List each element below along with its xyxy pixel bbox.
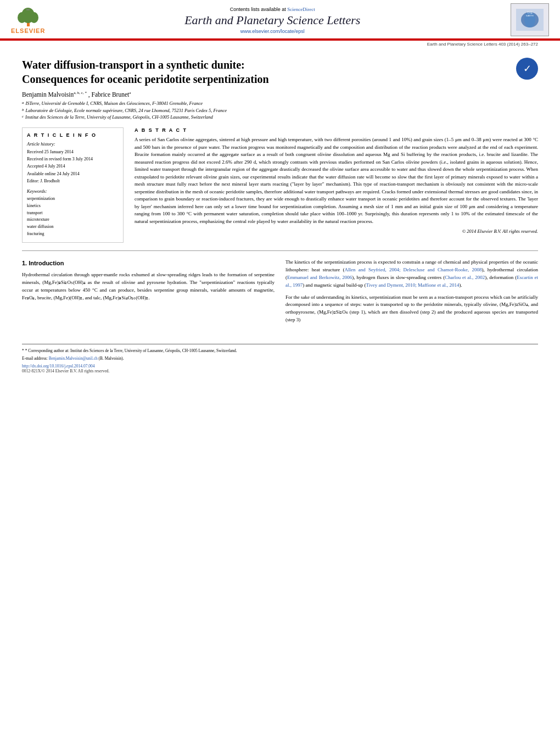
available-date: Available online 24 July 2014 (27, 171, 119, 177)
author2-super: a (129, 91, 131, 95)
affil-a-text: ISTerre, Université de Grenoble I, CNRS,… (26, 100, 203, 107)
section1-right-para1: The kinetics of the serpentinization pro… (285, 259, 538, 289)
kw-3: transport (27, 210, 119, 217)
section1-heading: 1. Introduction (22, 259, 275, 268)
section1-para1: Hydrothermal circulation through upper-m… (22, 271, 275, 302)
kw-1: serpentinization (27, 196, 119, 203)
elsevier-text: ELSEVIER (11, 27, 45, 34)
abstract-text: A series of San Carlos olivine aggregate… (135, 136, 538, 225)
email-suffix: (B. Malvoisin). (99, 356, 124, 361)
article-info-box: A R T I C L E I N F O Article history: R… (22, 127, 124, 243)
body-cols: 1. Introduction Hydrothermal circulation… (22, 259, 538, 329)
main-content: Water diffusion-transport in a synthetic… (0, 48, 560, 338)
section1-right-para2: For the sake of understanding its kineti… (285, 294, 538, 325)
author2-name: , Fabrice Brunet (88, 91, 129, 98)
affil-a-super: a (22, 100, 24, 107)
doi-line: http://dx.doi.org/10.1016/j.epsl.2014.07… (22, 364, 538, 369)
affil-b-text: Laboratoire de Géologie, Ecole normale s… (26, 107, 227, 114)
doi-link[interactable]: http://dx.doi.org/10.1016/j.epsl.2014.07… (22, 364, 95, 369)
bottom-bar: http://dx.doi.org/10.1016/j.epsl.2014.07… (0, 364, 560, 373)
header-center: Contents lists available at ScienceDirec… (45, 6, 500, 34)
crossmark-badge: ✓ (516, 58, 538, 80)
affil-c-text: Institut des Sciences de la Terre, Unive… (25, 114, 213, 121)
ref-allen-2004[interactable]: Allen and Seyfried, 2004; (345, 267, 401, 272)
svg-point-3 (30, 12, 38, 23)
affil-c-super: c (22, 114, 24, 121)
email-link[interactable]: Benjamin.Malvoisin@unil.ch (49, 356, 98, 361)
footnote-corresponding: * * Corresponding author at: Institut de… (22, 348, 538, 354)
article-info-title: A R T I C L E I N F O (27, 132, 119, 138)
page: ELSEVIER Contents lists available at Sci… (0, 0, 560, 742)
contents-label: Contents lists available at ScienceDirec… (45, 6, 500, 12)
ref-delescluse[interactable]: Delescluse and Chamot-Rooke, 2008 (404, 267, 482, 272)
article-info-col: A R T I C L E I N F O Article history: R… (22, 127, 124, 243)
journal-header: ELSEVIER Contents lists available at Sci… (0, 0, 560, 40)
kw-2: kinetics (27, 203, 119, 210)
article-history-label: Article history: (27, 141, 119, 147)
earth-journal-logo: THE EARTH (511, 3, 549, 36)
section-divider (22, 250, 538, 251)
ref-emmanuel[interactable]: Emmanuel and Berkowitz, 2006 (287, 275, 352, 280)
footnote-email: E-mail address: Benjamin.Malvoisin@unil.… (22, 355, 538, 361)
abstract-col: A B S T R A C T A series of San Carlos o… (135, 127, 538, 243)
revised-date: Received in revised form 3 July 2014 (27, 156, 119, 162)
connector-and: and (306, 282, 313, 288)
affiliations-block: a ISTerre, Université de Grenoble I, CNR… (22, 100, 538, 121)
svg-rect-4 (26, 9, 30, 10)
body-col-left: 1. Introduction Hydrothermal circulation… (22, 259, 275, 329)
affil-b-super: b (22, 107, 24, 114)
svg-point-2 (18, 12, 26, 23)
svg-text:EARTH: EARTH (526, 14, 534, 17)
volume-info: Earth and Planetary Science Letters 403 … (0, 41, 560, 48)
affil-b: b Laboratoire de Géologie, Ecole normale… (22, 107, 538, 114)
kw-5: water diffusion (27, 224, 119, 231)
ref-maffione[interactable]: Maffione et al., 2014 (418, 282, 460, 288)
earth-logo-area: THE EARTH (500, 3, 549, 36)
author1-name: Benjamin Malvoisin (22, 91, 74, 98)
journal-url[interactable]: www.elsevier.com/locate/epsl (45, 29, 500, 34)
editor-line: Editor: J. Brodholt (27, 178, 119, 184)
elsevier-tree-icon (13, 5, 43, 27)
received-date: Received 25 January 2014 (27, 149, 119, 155)
article-title: Water diffusion-transport in a synthetic… (22, 58, 269, 86)
ref-charlou[interactable]: Charlou et al., 2002 (445, 275, 485, 280)
author1-super: a, b, c, * (74, 91, 87, 95)
issn-line: 0012-821X/© 2014 Elsevier B.V. All right… (22, 369, 538, 373)
email-label: E-mail address: (22, 356, 48, 361)
article-title-section: Water diffusion-transport in a synthetic… (22, 58, 538, 86)
kw-6: fracturing (27, 231, 119, 238)
title-text: Water diffusion-transport in a synthetic… (22, 58, 269, 86)
journal-title: Earth and Planetary Science Letters (45, 13, 500, 27)
affil-c: c Institut des Sciences de la Terre, Uni… (22, 114, 538, 121)
footnote-area: * * Corresponding author at: Institut de… (22, 344, 538, 361)
keywords-label: Keywords: (27, 188, 119, 194)
info-abstract-cols: A R T I C L E I N F O Article history: R… (22, 127, 538, 243)
sciencedirect-link[interactable]: ScienceDirect (287, 7, 315, 12)
accepted-date: Accepted 4 July 2014 (27, 163, 119, 169)
ref-tivey[interactable]: Tivey and Dyment, 2010; (366, 282, 416, 288)
body-col-right: The kinetics of the serpentinization pro… (285, 259, 538, 329)
authors-line: Benjamin Malvoisina, b, c, * , Fabrice B… (22, 91, 538, 98)
copyright-line: © 2014 Elsevier B.V. All rights reserved… (135, 228, 538, 234)
elsevier-logo: ELSEVIER (11, 5, 45, 34)
kw-4: microtexture (27, 216, 119, 224)
footnote-text: * Corresponding author at: Institut des … (25, 348, 237, 353)
abstract-title: A B S T R A C T (135, 127, 538, 133)
earth-icon: THE EARTH (516, 9, 544, 31)
affil-a: a ISTerre, Université de Grenoble I, CNR… (22, 100, 538, 107)
